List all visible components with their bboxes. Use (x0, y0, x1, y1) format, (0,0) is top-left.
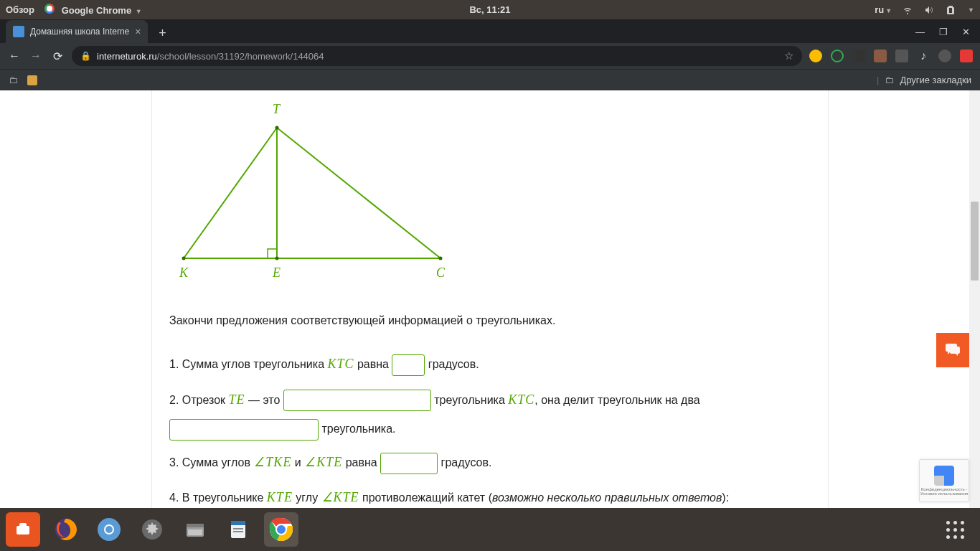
window-restore-button[interactable]: ❐ (939, 27, 948, 37)
vertex-label-t: T (273, 102, 281, 116)
system-menu-chevron[interactable]: ▼ (968, 6, 974, 14)
dock-app-writer[interactable] (221, 512, 255, 547)
svg-point-7 (275, 257, 279, 260)
url-path: /school/lesson/31192/homework/144064 (157, 51, 324, 62)
reload-button[interactable]: ⟳ (50, 49, 65, 63)
math-tke: TKE (265, 455, 291, 469)
vertex-label-c: C (436, 265, 446, 280)
clock[interactable]: Вс, 11:21 (469, 4, 510, 15)
svg-point-14 (105, 526, 113, 533)
forward-button[interactable]: → (29, 49, 43, 63)
recaptcha-terms: Условия использования (920, 491, 969, 496)
lesson-content: T K E C Закончи предложения соответствую… (151, 90, 829, 508)
recaptcha-badge[interactable]: Конфиденциальность - Условия использован… (919, 459, 969, 502)
wifi-icon[interactable] (902, 4, 913, 16)
window-close-button[interactable]: ✕ (962, 27, 970, 37)
url-domain: interneturok.ru (97, 51, 157, 62)
svg-rect-18 (188, 529, 202, 535)
extensions-menu-icon[interactable] (895, 50, 908, 62)
angle-icon: ∠ (321, 482, 332, 508)
math-kte: KTE (267, 490, 293, 504)
svg-point-6 (275, 126, 279, 130)
window-minimize-button[interactable]: — (915, 27, 925, 37)
math-kte: KTE (334, 490, 359, 504)
new-tab-button[interactable]: + (152, 23, 172, 43)
triangle-diagram: T K E C (169, 98, 456, 284)
bookmark-item[interactable] (27, 75, 37, 85)
vertex-label-k: K (179, 265, 189, 280)
dock-app-files[interactable] (178, 512, 212, 547)
profile-avatar[interactable] (938, 50, 951, 62)
extension-icon[interactable] (831, 50, 844, 62)
svg-rect-10 (19, 523, 27, 527)
math-kte: KTE (316, 455, 342, 469)
vertex-label-e: E (272, 265, 281, 280)
page-viewport: T K E C Закончи предложения соответствую… (0, 90, 980, 508)
svg-rect-20 (231, 521, 245, 525)
dock-app-firefox[interactable] (49, 512, 83, 547)
extension-icons: ♪ (809, 50, 973, 62)
extension-icon[interactable] (852, 50, 865, 62)
tab-close-button[interactable]: × (135, 26, 141, 37)
scrollbar-thumb[interactable] (971, 202, 979, 281)
svg-line-0 (184, 128, 277, 258)
extension-icon[interactable] (809, 50, 822, 62)
dock (0, 508, 980, 551)
svg-rect-22 (233, 531, 243, 532)
answer-input-1[interactable] (392, 354, 425, 376)
answer-input-2a[interactable] (283, 390, 431, 411)
folder-icon: 🗀 (885, 75, 894, 85)
power-icon[interactable] (945, 4, 956, 16)
bookmarks-bar: 🗀 | 🗀 Другие закладки (0, 69, 980, 90)
answer-input-2b[interactable] (169, 419, 319, 441)
question-4: 4. В треугольнике KTE углу ∠KTE противол… (169, 482, 811, 508)
keyboard-layout-indicator[interactable]: ru▼ (875, 4, 892, 15)
extension-icon[interactable] (874, 50, 887, 62)
bookmark-folder-icon[interactable]: 🗀 (9, 75, 20, 86)
answer-input-3[interactable] (380, 453, 438, 474)
volume-icon[interactable] (923, 4, 935, 16)
feedback-tab[interactable] (936, 333, 969, 367)
math-ktc: KTC (327, 357, 354, 371)
chrome-icon (44, 4, 55, 14)
media-control-icon[interactable]: ♪ (917, 50, 930, 62)
show-applications-button[interactable] (946, 521, 964, 539)
dock-app-settings[interactable] (135, 512, 169, 547)
extension-icon[interactable] (960, 50, 973, 62)
math-ktc: KTC (508, 392, 534, 407)
system-top-bar: Обзор Google Chrome ▼ Вс, 11:21 ru▼ ▼ (0, 0, 980, 19)
svg-rect-21 (233, 528, 243, 529)
browser-tab[interactable]: Домашняя школа Interne × (6, 20, 148, 43)
task-prompt: Закончи предложения соответствующей инфо… (169, 313, 811, 329)
question-note: возможно несколько правильных ответов (492, 491, 722, 504)
dock-app-chromium[interactable] (92, 512, 126, 547)
tab-favicon (13, 26, 24, 37)
bookmark-star-icon[interactable]: ☆ (784, 50, 793, 62)
question-3: 3. Сумма углов ∠TKE и ∠KTE равна градусо… (169, 447, 811, 478)
recaptcha-icon (934, 466, 954, 486)
dock-app-software[interactable] (6, 512, 40, 547)
question-2: 2. Отрезок TE — это треугольника KTC, он… (169, 385, 811, 443)
svg-rect-4 (268, 249, 277, 258)
chevron-down-icon: ▼ (136, 8, 142, 15)
math-te: TE (229, 392, 245, 407)
tab-title: Домашняя школа Interne (30, 27, 129, 37)
address-bar[interactable]: 🔒 interneturok.ru/school/lesson/31192/ho… (72, 46, 802, 66)
browser-tab-strip: Домашняя школа Interne × + — ❐ ✕ (0, 19, 980, 43)
dock-app-chrome[interactable] (264, 512, 298, 547)
question-1: 1. Сумма углов треугольника KTC равна гр… (169, 349, 811, 380)
other-bookmarks-button[interactable]: Другие закладки (900, 75, 971, 85)
svg-point-8 (439, 257, 443, 260)
svg-line-1 (277, 128, 440, 258)
lock-icon: 🔒 (80, 51, 91, 61)
svg-point-5 (182, 257, 186, 260)
browser-toolbar: ← → ⟳ 🔒 interneturok.ru/school/lesson/31… (0, 43, 980, 69)
svg-rect-17 (187, 524, 204, 527)
active-app-label: Google Chrome (62, 5, 132, 16)
back-button[interactable]: ← (7, 49, 22, 63)
activities-button[interactable]: Обзор (6, 4, 34, 15)
angle-icon: ∠ (305, 447, 316, 478)
angle-icon: ∠ (254, 447, 265, 478)
active-app-indicator[interactable]: Google Chrome ▼ (44, 4, 142, 16)
vertical-scrollbar[interactable] (969, 90, 980, 508)
